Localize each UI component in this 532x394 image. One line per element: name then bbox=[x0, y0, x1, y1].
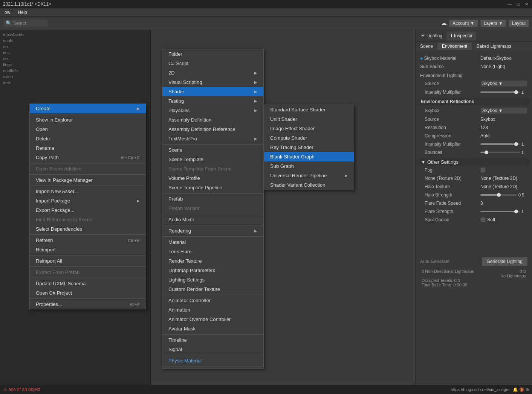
close-button[interactable]: ✕ bbox=[524, 2, 529, 7]
standard-surface-shader-item[interactable]: Standard Surface Shader bbox=[264, 105, 354, 114]
properties-item[interactable]: Properties... Alt+P bbox=[30, 300, 146, 309]
assembly-definition-item[interactable]: Assembly Definition bbox=[162, 115, 263, 125]
skybox-row: ● Skybox Material Default-Skybox bbox=[419, 54, 529, 62]
lighting-settings-item[interactable]: Lighting Settings bbox=[162, 275, 263, 284]
view-package-manager-item[interactable]: View in Package Manager bbox=[30, 175, 146, 185]
csharp-script-item[interactable]: C# Script bbox=[162, 59, 263, 68]
title-bar-left: 2021.1.13f1c1* <DX11> bbox=[3, 2, 51, 7]
tab-lighting[interactable]: ☀ Lighting bbox=[417, 32, 446, 40]
cloud-icon[interactable]: ☁ bbox=[441, 20, 447, 27]
sub-graph-item[interactable]: Sub Graph bbox=[264, 161, 354, 171]
divider-6 bbox=[30, 255, 146, 256]
testing-item[interactable]: Testing ▶ bbox=[162, 96, 263, 106]
intensity-slider[interactable]: 1 bbox=[480, 90, 527, 94]
image-effect-shader-item[interactable]: Image Effect Shader bbox=[264, 124, 354, 133]
maximize-button[interactable]: □ bbox=[515, 2, 521, 7]
audio-mixer-item[interactable]: Audio Mixer bbox=[162, 215, 263, 224]
signal-item[interactable]: Signal bbox=[162, 345, 263, 354]
physic-material-item[interactable]: Physic Material bbox=[162, 356, 263, 365]
context-menu-create: Create ▶ Show in Explorer Open Delete Re… bbox=[29, 103, 146, 309]
generate-lighting-button[interactable]: Generate Lighting bbox=[482, 257, 527, 266]
delete-item[interactable]: Delete bbox=[30, 134, 146, 143]
tab-inspector[interactable]: ℹ Inspector bbox=[447, 32, 476, 40]
animation-item[interactable]: Animation bbox=[162, 305, 263, 315]
minimize-button[interactable]: — bbox=[507, 2, 512, 7]
lens-flare-item[interactable]: Lens Flare bbox=[162, 247, 263, 256]
halo-texture-value-row: Halo Texture None (Texture 2D) bbox=[419, 183, 529, 191]
2d-item[interactable]: 2D ▶ bbox=[162, 68, 263, 78]
layout-button[interactable]: Layout bbox=[509, 20, 529, 27]
flare-strength-slider[interactable]: 1 bbox=[480, 209, 527, 214]
other-settings-header[interactable]: ▼ Other Settings bbox=[419, 158, 529, 166]
halo-strength-slider[interactable]: 0.5 bbox=[480, 193, 527, 197]
reflections-source-row: Skybox Skybox ▼ bbox=[419, 106, 529, 115]
sidebar-item-osion: osion bbox=[3, 74, 147, 80]
create-arrow-icon: ▶ bbox=[137, 106, 140, 111]
blank-shader-graph-item[interactable]: Blank Shader Graph bbox=[264, 152, 354, 161]
search-icon: 🔍 bbox=[6, 20, 12, 26]
visual-scripting-item[interactable]: Visual Scripting ▶ bbox=[162, 78, 263, 87]
sub-tab-scene[interactable]: Scene bbox=[416, 43, 437, 50]
open-csharp-item[interactable]: Open C# Project bbox=[30, 288, 146, 298]
refresh-item[interactable]: Refresh Ctrl+R bbox=[30, 236, 146, 245]
gui-skin-item[interactable]: GUI Skin bbox=[162, 367, 263, 369]
halo-strength-fill bbox=[480, 194, 499, 196]
sub-tab-baked-lightmaps[interactable]: Baked Lightmaps bbox=[472, 43, 516, 50]
universal-render-pipeline-item[interactable]: Universal Render Pipeline ▶ bbox=[264, 171, 354, 180]
ray-tracing-shader-item[interactable]: Ray Tracing Shader bbox=[264, 143, 354, 152]
scene-template-item[interactable]: Scene Template bbox=[162, 155, 263, 164]
lighting-source-row: Source Skybox ▼ bbox=[419, 79, 529, 88]
sub-tab-environment[interactable]: Environment bbox=[437, 43, 472, 50]
prefab-item[interactable]: Prefab bbox=[162, 194, 263, 204]
import-package-arrow: ▶ bbox=[137, 199, 140, 203]
animator-controller-item[interactable]: Animator Controller bbox=[162, 296, 263, 305]
avatar-mask-item[interactable]: Avatar Mask bbox=[162, 324, 263, 333]
divider-5 bbox=[30, 234, 146, 235]
folder-item[interactable]: Folder bbox=[162, 49, 263, 59]
reimport-item[interactable]: Reimport bbox=[30, 245, 146, 254]
import-new-asset-item[interactable]: Import New Asset... bbox=[30, 187, 146, 196]
scene-template-pipeline-item[interactable]: Scene Template Pipeline bbox=[162, 183, 263, 192]
material-item[interactable]: Material bbox=[162, 237, 263, 247]
open-item[interactable]: Open bbox=[30, 125, 146, 134]
bounces-slider[interactable]: 1 bbox=[480, 150, 527, 155]
import-package-item[interactable]: Import Package ▶ bbox=[30, 196, 146, 205]
divider-1 bbox=[30, 114, 146, 114]
create-menu-header[interactable]: Create ▶ bbox=[30, 104, 146, 113]
scene-item[interactable]: Scene bbox=[162, 145, 263, 155]
show-in-explorer-item[interactable]: Show in Explorer bbox=[30, 115, 146, 125]
lightmap-parameters-item[interactable]: Lightmap Parameters bbox=[162, 266, 263, 275]
reimport-all-item[interactable]: Reimport All bbox=[30, 256, 146, 266]
textmeshpro-item[interactable]: TextMeshPro ▶ bbox=[162, 134, 263, 143]
menu-help[interactable]: Help bbox=[15, 9, 30, 16]
unlit-shader-item[interactable]: Unlit Shader bbox=[264, 114, 354, 124]
intensity-track bbox=[480, 91, 520, 93]
fog-checkbox[interactable] bbox=[480, 167, 486, 173]
playables-arrow: ▶ bbox=[254, 108, 257, 113]
select-dependencies-item[interactable]: Select Dependencies bbox=[30, 224, 146, 234]
animator-override-item[interactable]: Animator Override Controller bbox=[162, 315, 263, 324]
custom-render-texture-item[interactable]: Custom Render Texture bbox=[162, 284, 263, 294]
account-button[interactable]: Account ▼ bbox=[449, 20, 478, 27]
assembly-definition-reference-item[interactable]: Assembly Definition Reference bbox=[162, 125, 263, 134]
textmeshpro-arrow: ▶ bbox=[254, 137, 257, 141]
error-text: ⚠ ace of an object bbox=[3, 387, 40, 392]
copy-path-item[interactable]: Copy Path Alt+Ctrl+C bbox=[30, 153, 146, 162]
render-texture-item[interactable]: Render Texture bbox=[162, 256, 263, 266]
shader-item[interactable]: Shader ▶ bbox=[162, 87, 263, 96]
intensity-thumb bbox=[514, 90, 518, 94]
export-package-item[interactable]: Export Package... bbox=[30, 205, 146, 215]
div-e bbox=[162, 236, 263, 237]
intensity-slider-2[interactable]: 1 bbox=[480, 142, 527, 146]
rendering-item[interactable]: Rendering ▶ bbox=[162, 226, 263, 236]
volume-profile-item[interactable]: Volume Profile bbox=[162, 173, 263, 183]
timeline-item[interactable]: Timeline bbox=[162, 335, 263, 345]
shader-variant-collection-item[interactable]: Shader Variant Collection bbox=[264, 180, 354, 190]
playables-item[interactable]: Playables ▶ bbox=[162, 106, 263, 115]
env-reflections-section: Environment Reflections Skybox Skybox ▼ … bbox=[419, 98, 529, 157]
compute-shader-item[interactable]: Compute Shader bbox=[264, 133, 354, 143]
rename-item[interactable]: Rename bbox=[30, 143, 146, 153]
layers-button[interactable]: Layers ▼ bbox=[480, 20, 506, 27]
menu-ow[interactable]: ow bbox=[2, 9, 13, 16]
update-uxml-item[interactable]: Update UXML Schema bbox=[30, 279, 146, 288]
